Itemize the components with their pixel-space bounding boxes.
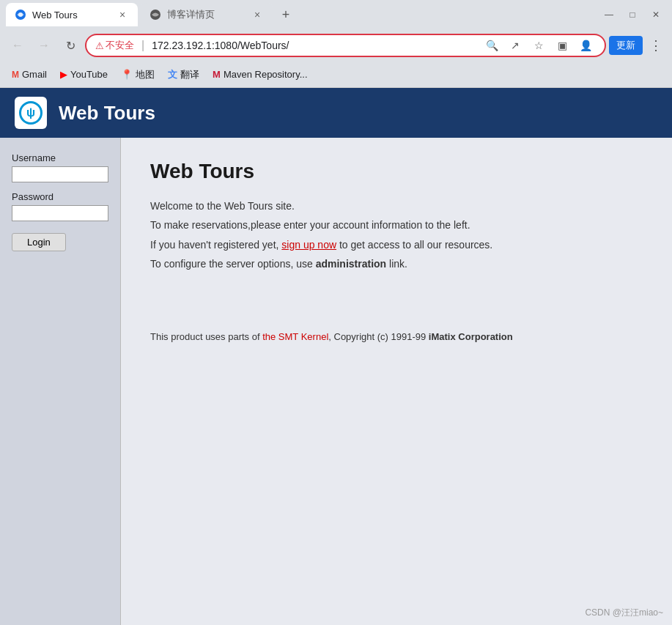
tab-label-1: Web Tours [32,10,78,21]
back-button[interactable]: ← [6,34,29,57]
page-title: Web Tours [150,160,643,183]
svg-point-1 [18,12,23,17]
content-area: Web Tours Welcome to the Web Tours site.… [121,138,672,625]
bookmark-gmail-label: Gmail [22,69,47,80]
bookmark-maven-label: Maven Repository... [224,69,308,80]
username-label: Username [12,152,108,163]
line3-post: to get access to all our resources. [336,239,492,251]
forward-button[interactable]: → [32,34,56,57]
tab-blog[interactable]: 博客详情页 × [141,3,273,26]
main-layout: Username Password Login Web Tours Welcom… [0,138,672,625]
window-controls: — □ ✕ [599,4,666,25]
bookmark-youtube[interactable]: ▶ YouTube [54,66,114,83]
address-bar-icons: 🔍 ↗ ☆ ▣ 👤 [481,35,596,56]
update-button[interactable]: 更新 [609,36,643,55]
bookmark-maven[interactable]: M Maven Repository... [207,66,313,83]
bookmark-maps[interactable]: 📍 地图 [115,65,160,84]
browser-menu-button[interactable]: ⋮ [646,35,666,56]
bookmark-icon-btn[interactable]: ☆ [528,35,549,56]
search-icon-btn[interactable]: 🔍 [481,35,502,56]
hp-logo: ψ [15,97,47,129]
signup-link[interactable]: sign up now [281,239,336,251]
csdn-watermark: CSDN @汪汪miao~ [585,607,663,619]
welcome-line3: If you haven't registered yet, sign up n… [150,237,643,253]
password-label: Password [12,191,108,202]
bookmark-youtube-label: YouTube [70,69,108,80]
nav-bar: ← → ↻ ⚠ 不安全 | 🔍 ↗ ☆ ▣ 👤 更新 ⋮ [0,29,672,62]
login-button[interactable]: Login [12,233,66,251]
password-input[interactable] [12,205,108,221]
security-warning: ⚠ 不安全 [95,39,134,52]
bookmark-maps-label: 地图 [136,68,155,81]
username-input[interactable] [12,166,108,182]
maven-icon: M [213,69,221,80]
hp-logo-inner: ψ [19,101,43,125]
restore-button[interactable]: □ [622,4,643,25]
share-icon-btn[interactable]: ↗ [505,35,525,56]
minimize-button[interactable]: — [599,4,619,25]
page-content: ψ Web Tours Username Password Login Web [0,88,672,625]
sidebar-icon-btn[interactable]: ▣ [552,35,572,56]
security-text: 不安全 [106,39,134,52]
tab-web-tours[interactable]: Web Tours × [6,3,138,26]
bookmark-translate-label: 翻译 [180,68,199,81]
bookmark-translate[interactable]: 文 翻译 [162,65,205,84]
username-group: Username [12,152,108,182]
bookmarks-bar: M Gmail ▶ YouTube 📍 地图 文 翻译 M Maven Repo… [0,62,672,88]
address-input[interactable] [152,40,476,51]
profile-icon-btn[interactable]: 👤 [575,35,596,56]
address-separator: | [141,39,144,52]
line3-pre: If you haven't registered yet, [150,239,281,251]
new-tab-button[interactable]: + [276,4,296,25]
sidebar: Username Password Login [0,138,121,625]
translate-icon: 文 [168,68,177,81]
line4-pre: To configure the server options, use [150,258,316,270]
site-header-title: Web Tours [59,102,155,125]
refresh-button[interactable]: ↻ [59,34,82,57]
welcome-line4: To configure the server options, use adm… [150,256,643,272]
admin-bold: administration [316,258,386,270]
tab-label-2: 博客详情页 [167,8,215,21]
gmail-icon: M [12,70,19,80]
footer-link[interactable]: the SMT Kernel [262,331,328,342]
welcome-line1: Welcome to the Web Tours site. [150,198,643,214]
site-header: ψ Web Tours [0,88,672,138]
close-button[interactable]: ✕ [646,4,666,25]
title-bar: Web Tours × 博客详情页 × + — □ ✕ [0,0,672,29]
footer-bold: iMatix Corporation [429,331,513,342]
footer: This product uses parts of the SMT Kerne… [150,331,643,342]
address-bar[interactable]: ⚠ 不安全 | 🔍 ↗ ☆ ▣ 👤 [85,34,606,57]
warning-icon: ⚠ [95,40,104,51]
footer-pre: This product uses parts of [150,331,262,342]
bookmark-gmail[interactable]: M Gmail [6,66,53,83]
welcome-line2: To make reservations,please enter your a… [150,217,643,233]
tab-close-1[interactable]: × [116,8,129,21]
footer-post: , Copyright (c) 1991-99 [328,331,429,342]
password-group: Password [12,191,108,221]
tab-favicon-1 [15,9,26,21]
line4-post: link. [386,258,407,270]
tab-favicon-2 [149,9,161,21]
tab-close-2[interactable]: × [251,8,264,21]
welcome-text: Welcome to the Web Tours site. To make r… [150,198,643,273]
maps-icon: 📍 [121,69,133,80]
youtube-icon: ▶ [60,69,67,80]
